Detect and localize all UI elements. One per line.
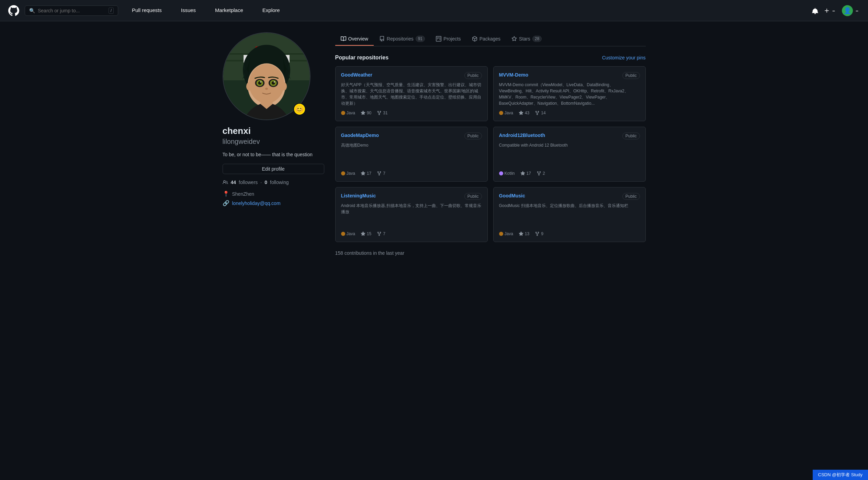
packages-icon <box>472 36 477 42</box>
repo-stars[interactable]: 90 <box>361 111 371 115</box>
contributions-section: 158 contributions in the last year <box>335 250 646 256</box>
tab-stars-label: Stars <box>519 36 530 42</box>
repo-card: GoodMusic Public GoodMusic 扫描本地音乐、定位播放歌曲… <box>493 187 646 242</box>
svg-point-23 <box>281 82 287 91</box>
star-icon <box>519 231 523 236</box>
followers-row: 44 followers · 0 following <box>223 180 324 185</box>
tab-stars-count: 28 <box>532 36 542 42</box>
followers-icon <box>223 180 228 185</box>
repo-forks[interactable]: 2 <box>537 171 545 176</box>
repo-visibility-badge: Public <box>622 193 640 200</box>
repo-forks[interactable]: 7 <box>377 231 385 236</box>
language-dot <box>341 232 345 236</box>
repo-name[interactable]: GoodWeather <box>341 72 373 78</box>
email-item: 🔗 lonelyholiday@qq.com <box>223 200 324 206</box>
edit-profile-button[interactable]: Edit profile <box>223 164 324 174</box>
nav-issues[interactable]: Issues <box>176 4 201 17</box>
language-name: Java <box>347 111 355 115</box>
repo-card-header: MVVM-Demo Public <box>499 72 640 79</box>
repo-visibility-badge: Public <box>622 133 640 139</box>
tab-overview-label: Overview <box>348 36 368 42</box>
profile-avatar-wrap: R <box>223 32 311 120</box>
create-button[interactable] <box>824 8 836 13</box>
tab-packages[interactable]: Packages <box>466 33 506 46</box>
search-slash-badge: / <box>109 8 114 14</box>
repo-card-header: Android12Bluetooth Public <box>499 133 640 139</box>
fork-icon <box>535 111 540 115</box>
nav-pull-requests[interactable]: Pull requests <box>126 4 167 17</box>
language-name: Kotlin <box>505 171 515 176</box>
stars-count: 17 <box>367 171 371 176</box>
nav-explore[interactable]: Explore <box>257 4 285 17</box>
forks-count: 14 <box>541 111 545 115</box>
language-name: Java <box>505 231 513 236</box>
main-header: 🔍 / Pull requests Issues Marketplace Exp… <box>0 0 868 21</box>
projects-icon <box>436 36 441 42</box>
search-input[interactable] <box>38 8 106 13</box>
repo-stars[interactable]: 43 <box>519 111 529 115</box>
repo-stars[interactable]: 15 <box>361 231 371 236</box>
forks-count: 7 <box>383 231 385 236</box>
repo-name[interactable]: GoodMusic <box>499 193 525 198</box>
repo-card: GoodWeather Public 好天气APP（天气预报、空气质量、生活建议… <box>335 66 488 121</box>
star-icon <box>361 111 365 115</box>
repo-forks[interactable]: 9 <box>535 231 543 236</box>
notifications-button[interactable] <box>812 7 819 14</box>
repo-name[interactable]: MVVM-Demo <box>499 72 529 78</box>
svg-point-22 <box>246 82 251 91</box>
profile-tabs: Overview Repositories 91 Projects Packa <box>335 32 646 46</box>
repo-stars[interactable]: 17 <box>520 171 531 176</box>
repo-description: MVVM-Demo commit（ViewModel、LiveData、Data… <box>499 82 640 108</box>
star-icon <box>520 171 525 176</box>
following-count: 0 <box>264 180 267 185</box>
stars-icon <box>511 36 517 42</box>
repo-visibility-badge: Public <box>464 193 482 200</box>
location-item: 📍 ShenZhen <box>223 191 324 197</box>
repo-language: Java <box>341 231 355 236</box>
svg-point-11 <box>249 64 284 103</box>
fork-icon <box>537 171 541 176</box>
repo-forks[interactable]: 7 <box>377 171 385 176</box>
repo-card-header: ListeningMusic Public <box>341 193 482 200</box>
tab-repositories-label: Repositories <box>387 36 414 42</box>
nav-marketplace[interactable]: Marketplace <box>210 4 249 17</box>
fork-icon <box>377 171 382 176</box>
tab-repositories[interactable]: Repositories 91 <box>374 32 430 46</box>
book-icon <box>341 36 346 42</box>
customize-pins-link[interactable]: Customize your pins <box>602 55 646 60</box>
repo-visibility-badge: Public <box>464 72 482 79</box>
email-link[interactable]: lonelyholiday@qq.com <box>232 201 281 206</box>
stars-count: 90 <box>367 111 371 115</box>
language-name: Java <box>505 111 513 115</box>
profile-bio: To be, or not to be—— that is the questi… <box>223 151 324 158</box>
language-dot <box>341 111 345 115</box>
repo-language: Kotlin <box>499 171 515 176</box>
search-bar[interactable]: 🔍 / <box>25 5 118 16</box>
user-avatar-menu[interactable]: 👤 <box>842 5 860 16</box>
fork-icon <box>377 111 382 115</box>
language-dot <box>499 111 503 115</box>
stars-count: 13 <box>525 231 529 236</box>
language-name: Java <box>347 231 355 236</box>
repo-icon <box>379 36 385 42</box>
repo-forks[interactable]: 31 <box>377 111 387 115</box>
repo-forks[interactable]: 14 <box>535 111 545 115</box>
github-logo[interactable] <box>8 5 19 16</box>
tab-stars[interactable]: Stars 28 <box>506 32 547 46</box>
repo-stars[interactable]: 17 <box>361 171 371 176</box>
repo-language: Java <box>499 231 513 236</box>
repo-name[interactable]: Android12Bluetooth <box>499 133 545 138</box>
repo-stars[interactable]: 13 <box>519 231 529 236</box>
repos-grid: GoodWeather Public 好天气APP（天气预报、空气质量、生活建议… <box>335 66 646 242</box>
tab-projects[interactable]: Projects <box>430 33 466 46</box>
language-dot <box>341 171 345 175</box>
repo-name[interactable]: ListeningMusic <box>341 193 376 198</box>
status-emoji-badge: 😊 <box>293 103 306 115</box>
repo-name[interactable]: GaodeMapDemo <box>341 133 379 138</box>
header-actions: 👤 <box>812 5 860 16</box>
tab-overview[interactable]: Overview <box>335 33 374 46</box>
repo-language: Java <box>499 111 513 115</box>
forks-count: 9 <box>541 231 543 236</box>
tab-projects-label: Projects <box>443 36 461 42</box>
forks-count: 2 <box>543 171 545 176</box>
